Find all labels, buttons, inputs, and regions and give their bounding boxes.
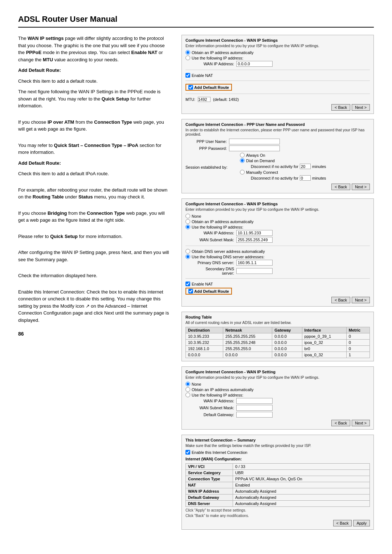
panel3-back-btn[interactable]: < Back: [331, 297, 350, 303]
use-dns-radio[interactable]: [185, 254, 190, 259]
add-default-route3-btn[interactable]: Add Default Route: [185, 288, 232, 295]
dest3: 192.168.1.0: [186, 346, 223, 352]
add-default-route3-btn-wrap[interactable]: Add Default Route: [185, 288, 370, 295]
wan-ip3-input[interactable]: [236, 230, 273, 236]
summary-table: VPI / VCI 0 / 33 Service Category UBR Co…: [185, 463, 370, 507]
radio-use-following-input[interactable]: [185, 56, 190, 60]
iface4: ipoa_0_32: [302, 352, 346, 358]
enable-nat3-row[interactable]: Enable NAT: [185, 282, 370, 286]
obtain-auto4-radio[interactable]: [185, 387, 190, 392]
panel2-next-btn[interactable]: Next >: [352, 184, 370, 190]
always-on-row[interactable]: Always On: [240, 153, 326, 157]
dial-demand-row[interactable]: Dial on Demand: [240, 158, 326, 163]
obtain-auto3-radio[interactable]: [185, 219, 190, 224]
wan-subnet4-label: WAN Subnet Mask:: [193, 406, 236, 410]
primary-dns-input[interactable]: [236, 260, 273, 266]
use-dns-row[interactable]: Use the following DNS server addresses:: [185, 254, 370, 259]
add-default-route-btn[interactable]: Add Default Route: [185, 84, 232, 91]
para9: Please refer to Quick Setup for more inf…: [18, 233, 171, 240]
obtain-auto3-label: Obtain an IP address automatically: [192, 219, 253, 224]
panel5-back-btn[interactable]: < Back: [333, 520, 352, 526]
panel-ppp-credentials: Configure Internet Connection - PPP User…: [181, 119, 374, 193]
add-default-route3-checkbox[interactable]: [188, 289, 193, 294]
wan-ip3-row: WAN IP Address:: [185, 230, 370, 236]
default-gw4-input[interactable]: [236, 412, 273, 418]
use-following3-row[interactable]: Use the following IP address:: [185, 225, 370, 229]
secondary-dns-input[interactable]: [236, 268, 273, 274]
add-default-route-btn-wrap[interactable]: Add Default Route: [185, 84, 370, 91]
secondary-dns-label: Secondary DNS server:: [193, 267, 236, 275]
enable-nat3-checkbox[interactable]: [185, 282, 190, 286]
use-following4-row[interactable]: Use the following IP address:: [185, 393, 370, 397]
none-row[interactable]: None: [185, 214, 370, 218]
mtu-input[interactable]: [198, 97, 211, 102]
panel1-next-btn[interactable]: Next >: [352, 104, 370, 111]
panel4-back-btn[interactable]: < Back: [331, 420, 350, 426]
gw3: 0.0.0.0: [272, 346, 302, 352]
use-following3-radio[interactable]: [185, 225, 190, 229]
panel5-subtitle: Make sure that the settings below match …: [185, 443, 370, 448]
summary-cat-label: Service Category: [186, 470, 233, 476]
radio-obtain-auto-input[interactable]: [185, 50, 190, 55]
panel5-apply-btn[interactable]: Apply: [353, 520, 370, 526]
wan-subnet4-input[interactable]: [236, 405, 273, 411]
iface3: br0: [302, 346, 346, 352]
ppp-user-row: PPP User Name:: [185, 139, 370, 144]
summary-gw-value: Automatically Assigned: [233, 495, 370, 501]
panel4-buttons: < Back Next >: [185, 420, 370, 426]
para11: Check the information displayed here.: [18, 272, 171, 279]
table-row: WAN IP Address Automatically Assigned: [186, 488, 370, 495]
summary-conntype-label: Connection Type: [186, 476, 233, 482]
enable-nat-row[interactable]: Enable NAT: [185, 73, 370, 78]
panel1-back-btn[interactable]: < Back: [331, 104, 350, 111]
summary-cat-value: UBR: [233, 470, 370, 476]
obtain-auto3-row[interactable]: Obtain an IP address automatically: [185, 219, 370, 224]
panel-wan-ip-pppoe: Configure Internet Connection - WAN IP S…: [181, 35, 374, 114]
gw2: 0.0.0.0: [272, 340, 302, 346]
obtain-dns-auto-row[interactable]: Obtain DNS server address automatically: [185, 249, 370, 254]
manually-connect-row[interactable]: Manually Connect: [240, 170, 326, 175]
para12: Enable this Internet Connection: Check t…: [18, 288, 171, 324]
disconnect-input1[interactable]: [300, 164, 311, 169]
disconnect-row1: Disconnect if no activity for minutes: [240, 164, 326, 169]
panel2-back-btn[interactable]: < Back: [331, 184, 350, 190]
none-radio[interactable]: [185, 214, 190, 218]
none4-radio[interactable]: [185, 382, 190, 386]
table-row: Service Category UBR: [186, 470, 370, 476]
none4-row[interactable]: None: [185, 382, 370, 386]
summary-conntype-value: PPPoA VC MUX, Always On, QoS On: [233, 476, 370, 482]
wan-ip-label: WAN IP Address:: [193, 62, 236, 66]
disconnect-input2[interactable]: [300, 175, 311, 181]
radio-use-following[interactable]: Use the following IP address:: [185, 56, 370, 60]
enable-connection-row[interactable]: Enable this Internet Connection: [185, 450, 370, 455]
obtain-dns-auto-radio[interactable]: [185, 249, 190, 254]
gw4: 0.0.0.0: [272, 352, 302, 358]
metric3: 0: [346, 346, 369, 352]
routing-table-header-row: Destination Netmask Gateway Interface Me…: [186, 327, 370, 333]
dial-demand-radio[interactable]: [240, 158, 245, 163]
wan-subnet3-input[interactable]: [236, 237, 273, 243]
add-default-route-checkbox[interactable]: [188, 85, 193, 90]
mtu-row: MTU: (default: 1492): [185, 97, 370, 102]
panel4-next-btn[interactable]: Next >: [352, 420, 370, 426]
manually-connect-radio[interactable]: [240, 170, 245, 175]
always-on-radio[interactable]: [240, 153, 245, 157]
primary-dns-row: Primary DNS server:: [185, 260, 370, 266]
summary-dns-value: Automatically Assigned: [233, 501, 370, 507]
enable-connection-checkbox[interactable]: [185, 450, 190, 455]
panel3-next-btn[interactable]: Next >: [352, 297, 370, 303]
ppp-user-input[interactable]: [229, 139, 280, 144]
radio-obtain-auto[interactable]: Obtain an IP address automatically: [185, 50, 370, 55]
para3: The next figure following the WAN IP Set…: [18, 88, 171, 110]
wan-ip-input[interactable]: [236, 61, 273, 67]
use-following4-radio[interactable]: [185, 393, 190, 397]
obtain-auto4-row[interactable]: Obtain an IP address automatically: [185, 387, 370, 392]
enable-nat-checkbox[interactable]: [185, 73, 190, 78]
wan-ip4-input[interactable]: [236, 398, 273, 404]
ppp-pass-input[interactable]: [229, 145, 280, 151]
wan-ip3-label: WAN IP Address:: [193, 231, 236, 235]
metric4: 1: [346, 352, 369, 358]
wan-subnet3-label: WAN Subnet Mask:: [193, 238, 236, 242]
table-row: Default Gateway Automatically Assigned: [186, 495, 370, 501]
default-gw4-label: Default Gateway:: [193, 413, 236, 417]
